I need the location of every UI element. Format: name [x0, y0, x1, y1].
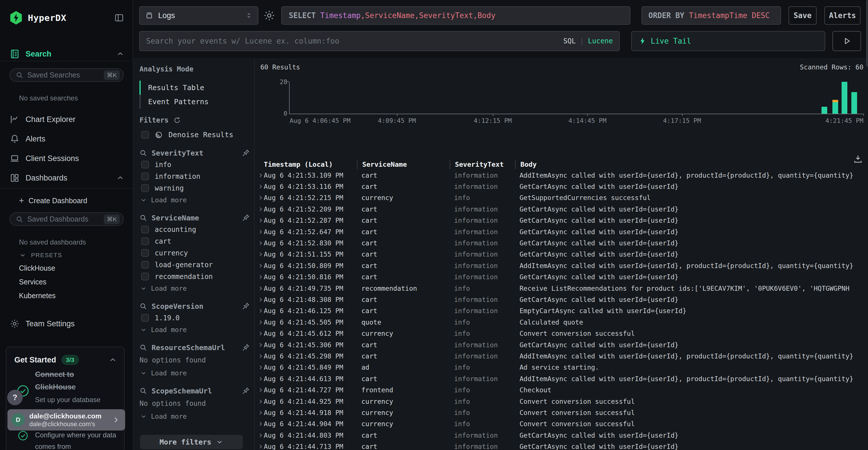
row-expand-icon[interactable]: [257, 172, 264, 179]
table-row[interactable]: Aug 6 4:21:44.918 PM currency info Conve…: [255, 407, 868, 418]
run-query-play-button[interactable]: [832, 31, 861, 51]
saved-dashboards-search[interactable]: ⌘K: [9, 213, 124, 226]
facet-header[interactable]: ServiceName: [140, 212, 250, 224]
search-events-box[interactable]: SQL | Lucene: [139, 31, 620, 51]
chevron-up-icon[interactable]: [108, 356, 117, 364]
row-expand-icon[interactable]: [257, 183, 264, 190]
histogram-bar[interactable]: [851, 92, 857, 114]
save-button[interactable]: Save: [788, 6, 817, 25]
sidebar-item-dashboards[interactable]: Dashboards: [0, 170, 133, 186]
sidebar-item-team-settings[interactable]: Team Settings: [0, 316, 133, 332]
facet-header[interactable]: SeverityText: [140, 147, 250, 159]
live-tail-button[interactable]: Live Tail: [631, 31, 825, 51]
checkbox[interactable]: [141, 226, 149, 233]
table-row[interactable]: Aug 6 4:21:52.830 PM cart information Ge…: [255, 237, 868, 249]
load-more-button[interactable]: Load more: [140, 194, 250, 206]
row-expand-icon[interactable]: [257, 330, 264, 336]
presets-toggle[interactable]: PRESETS: [19, 251, 62, 259]
saved-searches-search[interactable]: ⌘K: [9, 68, 124, 82]
row-expand-icon[interactable]: [257, 308, 264, 314]
facet-option[interactable]: info: [140, 159, 250, 170]
facet-option[interactable]: warning: [140, 182, 250, 194]
preset-dashboard-link[interactable]: Services: [19, 275, 56, 289]
checkbox[interactable]: [141, 314, 149, 322]
lang-sql[interactable]: SQL: [563, 37, 576, 45]
row-expand-icon[interactable]: [257, 217, 264, 224]
row-expand-icon[interactable]: [257, 364, 264, 371]
lang-lucene[interactable]: Lucene: [588, 37, 613, 45]
table-row[interactable]: Aug 6 4:21:53.116 PM cart information Ge…: [255, 181, 868, 192]
histogram-bar[interactable]: [822, 107, 827, 114]
order-by-input[interactable]: ORDER BY TimestampTime DESC: [642, 6, 781, 25]
table-row[interactable]: Aug 6 4:21:46.125 PM cart information Em…: [255, 306, 868, 317]
denoise-results-option[interactable]: Denoise Results: [141, 131, 234, 139]
load-more-button[interactable]: Load more: [140, 282, 250, 294]
row-expand-icon[interactable]: [257, 319, 264, 325]
source-settings-gear-icon[interactable]: [263, 9, 276, 22]
checkbox[interactable]: [141, 249, 149, 257]
row-expand-icon[interactable]: [257, 443, 264, 450]
table-row[interactable]: Aug 6 4:21:51.155 PM cart information Ge…: [255, 249, 868, 260]
sidebar-item-search[interactable]: Search: [0, 46, 133, 62]
row-expand-icon[interactable]: [257, 376, 264, 382]
checkbox[interactable]: [141, 184, 149, 192]
table-row[interactable]: Aug 6 4:21:44.613 PM cart information Ad…: [255, 373, 868, 384]
refresh-filters-icon[interactable]: [173, 116, 181, 124]
row-expand-icon[interactable]: [257, 410, 264, 416]
row-expand-icon[interactable]: [257, 206, 264, 213]
help-button[interactable]: ?: [7, 390, 23, 405]
table-row[interactable]: Aug 6 4:21:48.308 PM cart information Ge…: [255, 294, 868, 305]
table-row[interactable]: Aug 6 4:21:44.904 PM currency info Conve…: [255, 418, 868, 430]
facet-header[interactable]: ScopeVersion: [140, 300, 250, 312]
saved-searches-input[interactable]: [27, 71, 104, 79]
sidebar-item-chart-explorer[interactable]: Chart Explorer: [0, 111, 133, 127]
mode-event-patterns[interactable]: Event Patterns: [140, 95, 248, 109]
histogram-plot[interactable]: Aug 6 4:06:45 PM4:09:45 PM4:12:15 PM4:14…: [289, 82, 863, 114]
load-more-button[interactable]: Load more: [140, 410, 250, 422]
row-expand-icon[interactable]: [257, 387, 264, 393]
query-language-toggle[interactable]: SQL | Lucene: [563, 37, 613, 45]
row-expand-icon[interactable]: [257, 274, 264, 280]
facet-option[interactable]: accounting: [140, 224, 250, 235]
col-severitytext[interactable]: SeverityText: [450, 160, 515, 168]
table-row[interactable]: Aug 6 4:21:45.612 PM currency info Conve…: [255, 328, 868, 339]
checkbox[interactable]: [141, 172, 149, 180]
row-expand-icon[interactable]: [257, 398, 264, 405]
row-expand-icon[interactable]: [257, 432, 264, 439]
row-expand-icon[interactable]: [257, 296, 264, 303]
pin-icon[interactable]: [241, 343, 250, 352]
scrollbar-thumb[interactable]: [866, 0, 868, 67]
sidebar-item-client-sessions[interactable]: Client Sessions: [0, 150, 133, 166]
facet-header[interactable]: ScopeSchemaUrl: [140, 385, 250, 397]
create-dashboard-button[interactable]: + Create Dashboard: [19, 196, 87, 205]
histogram-bar-warning[interactable]: [832, 100, 838, 102]
checkbox[interactable]: [141, 131, 149, 139]
col-servicename[interactable]: ServiceName: [357, 160, 450, 168]
chevron-up-icon[interactable]: [116, 173, 125, 182]
row-expand-icon[interactable]: [257, 421, 264, 427]
row-expand-icon[interactable]: [257, 240, 264, 246]
search-events-input[interactable]: [146, 37, 563, 45]
facet-option[interactable]: currency: [140, 247, 250, 259]
get-started-step-1[interactable]: Connect to ClickHouse: [35, 368, 115, 393]
table-row[interactable]: Aug 6 4:21:52.647 PM cart information Ge…: [255, 226, 868, 237]
facet-header[interactable]: ResourceSchemaUrl: [140, 342, 250, 353]
sidebar-item-alerts[interactable]: Alerts: [0, 131, 133, 147]
table-row[interactable]: Aug 6 4:21:45.306 PM cart information Ge…: [255, 339, 868, 350]
row-expand-icon[interactable]: [257, 229, 264, 235]
preset-dashboard-link[interactable]: Kubernetes: [19, 289, 56, 302]
facet-option[interactable]: cart: [140, 235, 250, 247]
col-body[interactable]: Body: [515, 160, 868, 168]
row-expand-icon[interactable]: [257, 251, 264, 257]
row-expand-icon[interactable]: [257, 285, 264, 292]
pin-icon[interactable]: [241, 387, 250, 395]
pin-icon[interactable]: [241, 149, 250, 157]
table-row[interactable]: Aug 6 4:21:52.215 PM currency info GetSu…: [255, 192, 868, 203]
table-row[interactable]: Aug 6 4:21:49.735 PM recommendation info…: [255, 283, 868, 294]
checkbox[interactable]: [141, 237, 149, 245]
row-expand-icon[interactable]: [257, 263, 264, 269]
table-row[interactable]: Aug 6 4:21:52.209 PM cart information Ge…: [255, 203, 868, 215]
get-started-step-2[interactable]: Configure where your data comes from: [35, 429, 124, 450]
mode-results-table[interactable]: Results Table: [140, 81, 248, 95]
table-row[interactable]: Aug 6 4:21:45.298 PM cart information Ad…: [255, 350, 868, 362]
